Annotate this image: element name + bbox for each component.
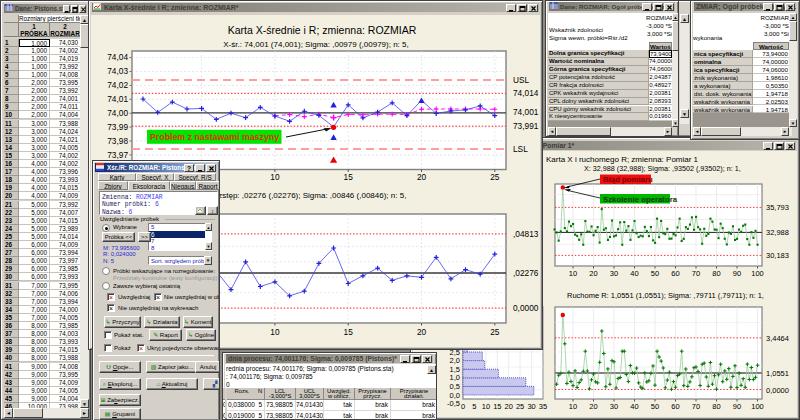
svg-text:73,99: 73,99 — [107, 122, 128, 132]
svg-text:74,02: 74,02 — [107, 80, 128, 90]
svg-text:40: 40 — [630, 402, 638, 411]
svg-text:90: 90 — [733, 402, 741, 411]
svg-text:73,991: 73,991 — [513, 121, 539, 131]
svg-text:80: 80 — [712, 402, 720, 411]
svg-text:74,03: 74,03 — [107, 66, 128, 76]
svg-text:80: 80 — [712, 269, 720, 278]
svg-text:Problem z nastawami maszyny: Problem z nastawami maszyny — [150, 132, 279, 142]
svg-text:Ruchome R: 1,0551 (1,0551); Si: Ruchome R: 1,0551 (1,0551); Sigma: ,7971… — [567, 291, 764, 300]
svg-text:40: 40 — [630, 269, 638, 278]
svg-text:10: 10 — [482, 402, 490, 411]
svg-text:30: 30 — [527, 402, 535, 411]
svg-text:10: 10 — [270, 327, 280, 337]
svg-text:20: 20 — [589, 402, 597, 411]
svg-text:,04813: ,04813 — [513, 229, 539, 239]
svg-text:70: 70 — [692, 402, 700, 411]
svg-text:0,0000: 0,0000 — [766, 386, 789, 395]
svg-text:25: 25 — [490, 172, 500, 182]
svg-text:25: 25 — [490, 327, 500, 337]
svg-text:74,001: 74,001 — [513, 107, 539, 117]
svg-text:50: 50 — [651, 402, 659, 411]
svg-text:30: 30 — [610, 402, 618, 411]
svg-text:15: 15 — [344, 327, 354, 337]
svg-text:70: 70 — [692, 269, 700, 278]
svg-text:Karta X-średnie i R; zmienna:: Karta X-średnie i R; zmienna: ROZMIAR — [228, 24, 417, 36]
svg-text:35,793: 35,793 — [766, 203, 789, 212]
svg-text:30,183: 30,183 — [766, 251, 789, 260]
svg-text:15: 15 — [344, 172, 354, 182]
svg-text:25: 25 — [516, 402, 524, 411]
svg-text:10: 10 — [569, 269, 577, 278]
svg-text:,02276: ,02276 — [513, 268, 539, 278]
svg-text:0: 0 — [461, 402, 465, 411]
svg-text:0,0000: 0,0000 — [513, 303, 539, 313]
svg-text:20: 20 — [417, 327, 427, 337]
svg-text:X: 32,988 (32,988); Sigma: ,93: X: 32,988 (32,988); Sigma: ,93502 (,9350… — [584, 164, 741, 173]
svg-text:Błąd pomiaru: Błąd pomiaru — [603, 175, 653, 184]
svg-text:X-śr.: 74,001 (74,001); Sigma:: X-śr.: 74,001 (74,001); Sigma: ,00979 (,… — [223, 40, 408, 49]
svg-text:74,01: 74,01 — [107, 94, 128, 104]
svg-text:60: 60 — [671, 402, 679, 411]
svg-text:90: 90 — [733, 269, 741, 278]
svg-text:35: 35 — [539, 402, 547, 411]
svg-text:60: 60 — [671, 269, 679, 278]
svg-text:LSL: LSL — [513, 144, 528, 154]
svg-text:100: 100 — [751, 402, 764, 411]
svg-text:20: 20 — [505, 402, 513, 411]
svg-text:73,97: 73,97 — [107, 150, 128, 160]
svg-text:15: 15 — [493, 402, 501, 411]
svg-text:Rozstęp: ,02276 (,02276); Sigm: Rozstęp: ,02276 (,02276); Sigma: ,00846 … — [208, 191, 406, 200]
svg-text:20: 20 — [417, 172, 427, 182]
svg-text:5: 5 — [472, 402, 476, 411]
svg-text:1,0551: 1,0551 — [766, 369, 789, 378]
svg-text:74,04: 74,04 — [107, 52, 128, 62]
svg-text:Szkolenie operatora: Szkolenie operatora — [603, 195, 678, 204]
svg-text:74,00: 74,00 — [107, 108, 128, 118]
svg-text:30: 30 — [610, 269, 618, 278]
svg-text:50: 50 — [651, 269, 659, 278]
svg-text:3,4464: 3,4464 — [766, 334, 789, 343]
svg-text:100: 100 — [751, 269, 764, 278]
svg-text:74,014: 74,014 — [513, 88, 539, 98]
svg-text:73,98: 73,98 — [107, 136, 128, 146]
svg-text:20: 20 — [589, 269, 597, 278]
svg-text:10: 10 — [569, 402, 577, 411]
svg-text:USL: USL — [513, 75, 530, 85]
svg-text:10: 10 — [270, 172, 280, 182]
svg-text:Karta X i ruchomego R; zmienna: Karta X i ruchomego R; zmienna: Pomiar 1 — [546, 155, 699, 164]
svg-text:-0,5: -0,5 — [447, 399, 460, 408]
svg-text:32,988: 32,988 — [766, 228, 789, 237]
